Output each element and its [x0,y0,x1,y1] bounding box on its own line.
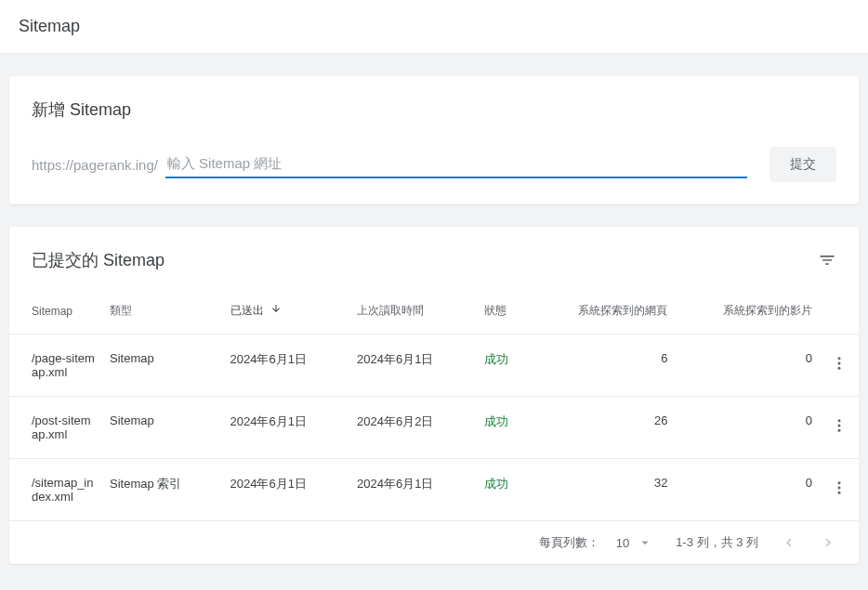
cell-sent: 2024年6月1日 [223,334,350,397]
cell-pages: 26 [531,397,675,459]
add-sitemap-row: https://pagerank.ing/ 提交 [32,147,836,182]
cell-last-read: 2024年6月1日 [349,334,477,397]
svg-point-6 [838,481,841,484]
cell-sitemap: /sitemap_index.xml [9,459,102,521]
next-page-button[interactable] [820,534,836,551]
cell-last-read: 2024年6月1日 [349,459,477,521]
pagination-range: 1-3 列，共 3 列 [676,534,758,551]
pagination: 每頁列數： 10 1-3 列，共 3 列 [9,521,859,564]
row-more-button[interactable] [827,413,851,438]
cell-pages: 32 [531,459,675,521]
cell-videos: 0 [675,459,820,521]
col-header-type[interactable]: 類型 [102,288,223,334]
prev-page-button[interactable] [781,534,797,551]
svg-point-2 [838,367,841,370]
page-header: Sitemap [0,0,868,54]
svg-point-3 [838,419,841,422]
pagination-nav [781,534,836,551]
table-row[interactable]: /sitemap_index.xml Sitemap 索引 2024年6月1日 … [9,459,859,521]
sitemaps-table: Sitemap 類型 已送出 上次讀取時間 狀態 系統探索到的網頁 系統探索到的… [9,288,859,521]
filter-icon[interactable] [818,251,836,269]
cell-status: 成功 [477,397,531,459]
cell-videos: 0 [675,397,820,459]
row-more-button[interactable] [827,476,851,500]
col-header-sent-label: 已送出 [230,304,264,317]
svg-point-7 [838,487,841,490]
col-header-sitemap[interactable]: Sitemap [9,288,102,334]
rows-per-page-value: 10 [616,536,629,550]
cell-status: 成功 [477,459,531,521]
submitted-header: 已提交的 Sitemap [9,227,859,288]
main-container: 新增 Sitemap https://pagerank.ing/ 提交 已提交的… [0,54,868,590]
col-header-last-read[interactable]: 上次讀取時間 [349,288,477,334]
table-row[interactable]: /post-sitemap.xml Sitemap 2024年6月1日 2024… [9,397,859,459]
cell-type: Sitemap [102,334,223,397]
col-header-status[interactable]: 狀態 [477,288,531,334]
cell-pages: 6 [531,334,675,397]
submitted-title: 已提交的 Sitemap [32,249,164,271]
svg-point-5 [838,429,841,432]
svg-point-8 [838,492,841,494]
cell-type: Sitemap 索引 [102,459,223,521]
cell-sent: 2024年6月1日 [223,397,350,459]
col-header-sent[interactable]: 已送出 [223,288,350,334]
submitted-sitemaps-card: 已提交的 Sitemap Sitemap 類型 已送出 上次讀取時間 [9,227,859,564]
cell-sent: 2024年6月1日 [223,459,350,521]
dropdown-icon [637,534,653,551]
cell-sitemap: /page-sitemap.xml [9,334,102,397]
table-row[interactable]: /page-sitemap.xml Sitemap 2024年6月1日 2024… [9,334,859,397]
cell-status: 成功 [477,334,531,397]
row-more-button[interactable] [827,351,851,375]
sitemap-url-input[interactable] [165,151,747,178]
sort-descending-icon [270,303,282,314]
col-header-videos[interactable]: 系統探索到的影片 [675,288,820,334]
cell-videos: 0 [675,334,820,397]
svg-point-0 [838,357,841,360]
cell-sitemap: /post-sitemap.xml [9,397,102,459]
table-header-row: Sitemap 類型 已送出 上次讀取時間 狀態 系統探索到的網頁 系統探索到的… [9,288,859,334]
rows-per-page: 每頁列數： 10 [539,534,653,551]
add-sitemap-title: 新增 Sitemap [32,98,836,121]
cell-type: Sitemap [102,397,223,459]
page-title: Sitemap [19,17,849,36]
svg-point-4 [838,425,841,427]
submit-button[interactable]: 提交 [769,147,836,182]
svg-point-1 [838,362,841,365]
col-header-pages[interactable]: 系統探索到的網頁 [531,288,675,334]
rows-per-page-label: 每頁列數： [539,534,599,551]
domain-prefix: https://pagerank.ing/ [32,157,158,173]
add-sitemap-card: 新增 Sitemap https://pagerank.ing/ 提交 [9,76,859,204]
rows-per-page-select[interactable]: 10 [616,534,653,551]
cell-last-read: 2024年6月2日 [349,397,477,459]
